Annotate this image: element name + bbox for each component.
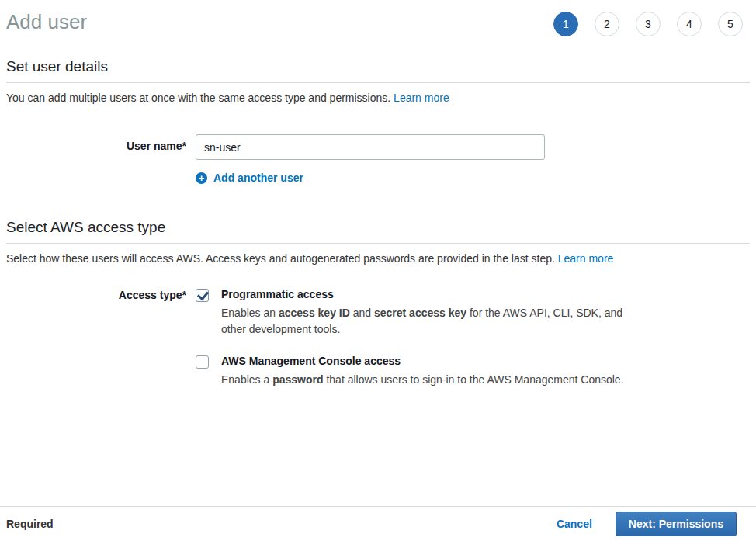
user-details-description-text: You can add multiple users at once with … [6, 92, 394, 104]
access-type-description: Select how these users will access AWS. … [6, 251, 750, 266]
user-name-row: User name* [6, 134, 750, 160]
step-indicator-2[interactable]: 2 [595, 12, 619, 36]
cancel-button[interactable]: Cancel [557, 518, 592, 530]
user-name-input[interactable] [196, 134, 545, 160]
option-title-console-access: AWS Management Console access [221, 355, 624, 368]
option-title-programmatic-access: Programmatic access [221, 288, 629, 301]
learn-more-link-user-details[interactable]: Learn more [394, 92, 449, 104]
section-heading-user-details: Set user details [6, 58, 750, 83]
footer-actions: Cancel Next: Permissions [557, 512, 750, 536]
option-desc-console-access: Enables a password that allows users to … [221, 372, 624, 388]
step-indicator-4[interactable]: 4 [677, 12, 702, 36]
footer: Required Cancel Next: Permissions [0, 506, 756, 541]
user-name-label: User name* [6, 134, 186, 152]
section-heading-access-type: Select AWS access type [6, 219, 750, 244]
access-type-options: Programmatic access Enables an access ke… [196, 288, 629, 388]
option-programmatic-access-body: Programmatic access Enables an access ke… [221, 288, 629, 338]
page-content: Add user 1 2 3 4 5 Set user details You … [0, 0, 756, 388]
option-desc-programmatic-access: Enables an access key ID and secret acce… [221, 305, 629, 338]
access-type-description-text: Select how these users will access AWS. … [6, 252, 558, 265]
option-console-access-body: AWS Management Console access Enables a … [221, 355, 624, 388]
checkbox-programmatic-access[interactable] [196, 289, 209, 302]
step-indicator-1[interactable]: 1 [553, 12, 578, 36]
user-details-description: You can add multiple users at once with … [6, 90, 750, 106]
step-indicator: 1 2 3 4 5 [553, 12, 743, 36]
add-another-user-label: Add another user [213, 172, 303, 184]
access-type-row: Access type* Programmatic access Enables… [6, 288, 750, 388]
access-type-label: Access type* [6, 288, 186, 301]
option-console-access: AWS Management Console access Enables a … [196, 355, 629, 388]
step-indicator-5[interactable]: 5 [718, 12, 743, 36]
checkbox-console-access[interactable] [196, 355, 209, 369]
add-another-user-button[interactable]: +Add another user [196, 172, 303, 184]
option-programmatic-access: Programmatic access Enables an access ke… [196, 288, 629, 338]
next-permissions-button[interactable]: Next: Permissions [616, 512, 737, 536]
user-name-input-col [196, 134, 545, 160]
learn-more-link-access-type[interactable]: Learn more [558, 252, 614, 265]
plus-circle-icon: + [196, 172, 207, 184]
required-label: Required [6, 518, 54, 530]
step-indicator-3[interactable]: 3 [636, 12, 661, 36]
